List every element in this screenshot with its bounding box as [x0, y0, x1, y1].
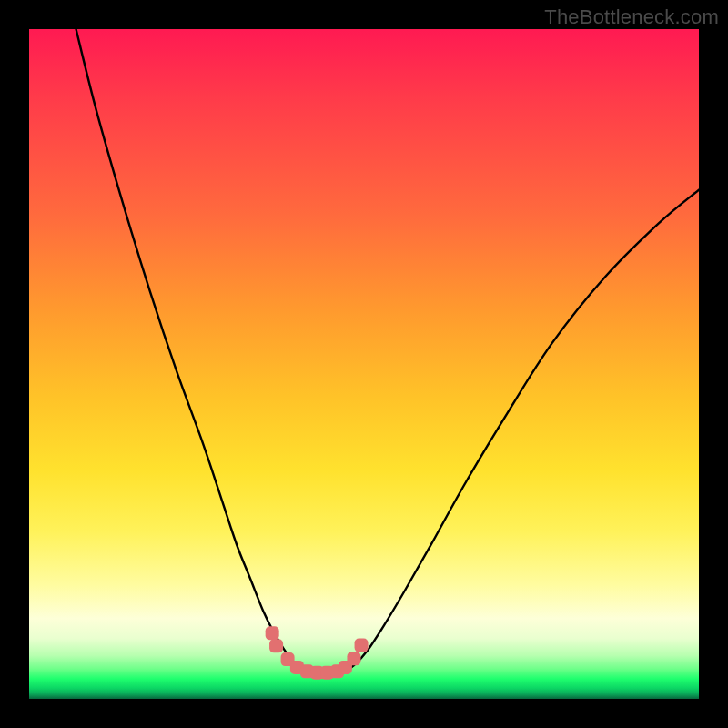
left-curve [76, 29, 304, 672]
right-curve [344, 190, 699, 672]
trough-marker [347, 652, 360, 665]
trough-marker [355, 639, 369, 652]
trough-marker [269, 639, 283, 652]
watermark-text: TheBottleneck.com [544, 5, 719, 29]
curve-layer [29, 29, 699, 699]
trough-marker [266, 626, 279, 640]
plot-area [29, 29, 699, 699]
trough-markers [266, 626, 369, 679]
chart-frame: TheBottleneck.com [0, 0, 728, 728]
